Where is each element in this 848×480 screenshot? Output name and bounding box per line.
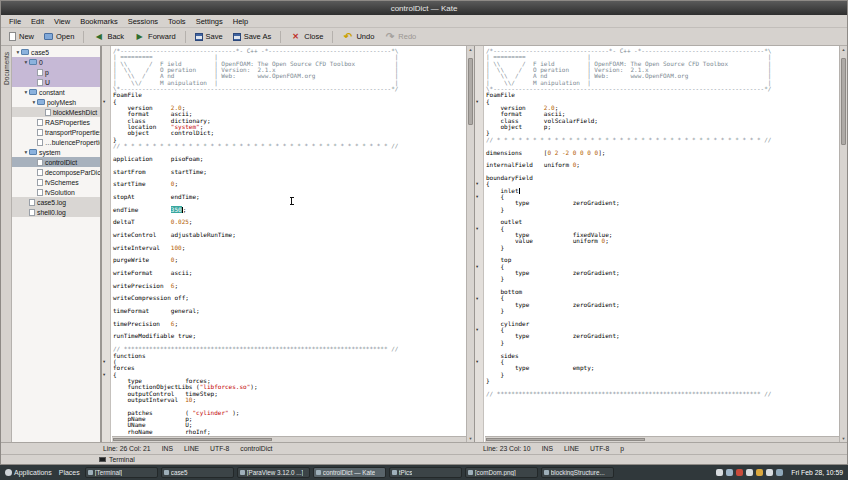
text-area-p[interactable]: /*--------------------------------*- C++… [484,46,839,442]
scroll-down-arrow-icon[interactable]: ▼ [467,435,474,442]
scrollbar-thumb[interactable] [841,58,846,145]
menu-sessions[interactable]: Sessions [123,16,163,27]
tree-item-fvschemes[interactable]: fvSchemes [12,177,100,187]
save-button[interactable]: Save [191,30,227,43]
taskbar-window-blockingstructure[interactable]: blockingStructure... [541,467,614,478]
text-area-controlDict[interactable]: /*--------------------------------*- C++… [111,46,466,442]
save-icon [195,33,203,41]
vertical-scrollbar[interactable]: ▲▼ [466,46,474,442]
scroll-up-arrow-icon[interactable]: ▲ [467,46,474,53]
folder-icon [21,49,29,55]
tree-item-label: blockMeshDict [53,109,97,116]
fold-marker-icon[interactable]: ▾ [476,194,478,199]
taskbar-window-paraview-3-12-0[interactable]: [ParaView 3.12.0 ...] [237,467,310,478]
fold-marker-icon[interactable]: ▾ [476,181,478,186]
tray-indicator-icon[interactable] [746,469,753,476]
tray-indicator-icon[interactable] [726,469,733,476]
menu-settings[interactable]: Settings [191,16,228,27]
clock[interactable]: Fri Feb 28, 10:59 [791,469,843,476]
tree-item-polymesh[interactable]: ▾polyMesh [12,97,100,107]
tree-item-transportproperties[interactable]: transportProperties [12,127,100,137]
scroll-down-arrow-icon[interactable]: ▼ [840,435,847,442]
fold-marker-icon[interactable]: ▾ [476,99,478,104]
open-button[interactable]: Open [40,30,78,43]
tree-item-label: system [39,149,61,156]
back-button[interactable]: Back [89,29,128,44]
tree-item-u[interactable]: U [12,77,100,87]
taskbar-window-comdom-png[interactable]: [comDom.png] [465,467,538,478]
tree-item-rasproperties[interactable]: RASProperties [12,117,100,127]
taskbar-window-terminal[interactable]: [Terminal] [85,467,158,478]
menubar: FileEditViewBookmarksSessionsToolsSettin… [1,15,847,28]
tree-item-blockmeshdict[interactable]: blockMeshDict [12,107,100,117]
tray-indicator-icon[interactable] [766,469,773,476]
kate-window: controlDict — Kate FileEditViewBookmarks… [0,0,848,465]
forward-arrow-icon [134,31,145,42]
close-button[interactable]: Close [286,29,327,44]
file-icon [37,159,43,166]
fold-marker-icon[interactable]: ▾ [476,359,478,364]
menu-help[interactable]: Help [228,16,253,27]
tree-item-fvsolution[interactable]: fvSolution [12,187,100,197]
forward-button[interactable]: Forward [130,29,180,44]
fold-marker-icon[interactable]: ▾ [476,327,478,332]
window-button-label: controlDict — Kate [323,469,376,476]
scrollbar-thumb[interactable] [468,58,473,125]
tree-item-shell0-log[interactable]: shell0.log [12,207,100,217]
file-icon [37,179,43,186]
desktop: controlDict — Kate FileEditViewBookmarks… [0,0,848,480]
vertical-scrollbar[interactable]: ▲▼ [839,46,847,442]
menu-view[interactable]: View [49,16,75,27]
window-icon [468,470,473,475]
forward-button-label: Forward [148,32,176,41]
places-menu[interactable]: Places [59,469,80,476]
tray-indicator-icon[interactable] [736,469,743,476]
tree-item-controldict[interactable]: controlDict [12,157,100,167]
redo-icon [384,31,395,42]
documents-tab[interactable]: Documents [3,52,10,85]
terminal-toggle-button[interactable]: Terminal [99,456,135,463]
editor-split: ▾▾▾/*--------------------------------*- … [101,46,847,442]
save-button-label: Save [206,32,223,41]
taskbar-window-controldict-kate[interactable]: controlDict — Kate [313,467,386,478]
titlebar[interactable]: controlDict — Kate [1,1,847,15]
fold-marker-icon[interactable]: ▾ [476,226,478,231]
tree-item-decomposepardict[interactable]: decomposeParDict [12,167,100,177]
new-button[interactable]: New [5,30,38,43]
save-as-button-label: Save As [244,32,272,41]
status-field: Line: 23 Col: 10 [483,445,531,452]
tree-item-0[interactable]: ▾0 [12,57,100,67]
tray-indicator-icon[interactable] [776,469,783,476]
icon-border: ▾▾▾ [102,46,111,442]
terminal-label: Terminal [109,456,135,463]
menu-tools[interactable]: Tools [163,16,191,27]
scroll-up-arrow-icon[interactable]: ▲ [840,46,847,53]
menu-file[interactable]: File [4,16,26,27]
fold-marker-icon[interactable]: ▾ [103,99,105,104]
applications-menu[interactable]: Applications [5,469,52,476]
scrollbar-thumb-horizontal[interactable] [486,438,645,441]
tree-item-p[interactable]: p [12,67,100,77]
fold-marker-icon[interactable]: ▾ [476,264,478,269]
tree-item-case5[interactable]: ▾case5 [12,47,100,57]
undo-button[interactable]: Undo [338,29,378,44]
tree-item-constant[interactable]: ▾constant [12,87,100,97]
tray-indicator-icon[interactable] [756,469,763,476]
tree-item-bulenceproperties[interactable]: …bulenceProperties [12,137,100,147]
tree-item-case5-log[interactable]: case5.log [12,197,100,207]
menu-bookmarks[interactable]: Bookmarks [75,16,123,27]
menu-edit[interactable]: Edit [26,16,49,27]
status-field: controlDict [240,445,272,452]
taskbar-window-tpics[interactable]: tPics [389,467,462,478]
scrollbar-thumb-horizontal[interactable] [113,438,272,441]
code-line: // *************************************… [486,391,839,397]
toolbar-separator [332,31,333,43]
tree-item-system[interactable]: ▾system [12,147,100,157]
tray-indicator-icon[interactable] [716,469,723,476]
tree-item-label: transportProperties [45,129,100,136]
save-as-button[interactable]: Save As [229,30,276,43]
taskbar-window-case5[interactable]: case5 [161,467,234,478]
fold-marker-icon[interactable]: ▾ [103,372,105,377]
fold-marker-icon[interactable]: ▾ [476,296,478,301]
fold-marker-icon[interactable]: ▾ [103,359,105,364]
